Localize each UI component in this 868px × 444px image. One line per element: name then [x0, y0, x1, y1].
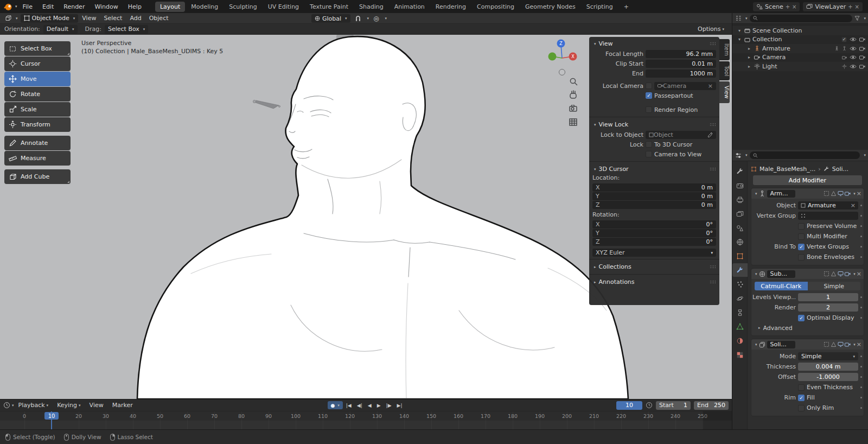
add-modifier-button[interactable]: Add Modifier [753, 175, 862, 185]
outliner-row-armature[interactable]: ▸ Armature [732, 44, 868, 53]
tab-world[interactable] [732, 235, 748, 249]
expand-icon[interactable]: ▾ [755, 272, 757, 276]
render-levels-field[interactable]: 2 [798, 303, 858, 312]
viewport-3d[interactable]: Z X User Perspective (10) Collection | M… [0, 35, 732, 399]
realtime-icon[interactable] [838, 191, 844, 196]
solidify-mode-dropdown[interactable]: Simple ▾ [798, 352, 858, 360]
eyedropper-icon[interactable] [707, 132, 713, 137]
clip-end-field[interactable]: 1000 m [646, 69, 716, 78]
pose-icon[interactable] [834, 46, 839, 51]
collection-exclude-checkbox[interactable]: ✓ [841, 37, 847, 42]
editor-type-caret[interactable]: ▾ [16, 16, 18, 21]
clip-start-field[interactable]: 0.01 m [646, 60, 716, 68]
local-camera-checkbox[interactable] [646, 83, 652, 89]
outliner-row-camera[interactable]: ▸ Camera [732, 53, 868, 62]
menu-render[interactable]: Render [59, 0, 89, 13]
outliner-row-collection[interactable]: ▾ Collection ✓ [732, 35, 868, 45]
workspace-tab-sculpting[interactable]: Sculpting [224, 2, 261, 12]
jump-to-end-button[interactable]: ▶| [395, 402, 405, 409]
cursor-location-y[interactable]: Y0 m [592, 192, 716, 200]
tab-item[interactable]: Item [719, 39, 730, 60]
play-button[interactable]: ▶ [375, 402, 383, 409]
view-lock-section-header[interactable]: ▾ View Lock [592, 119, 716, 130]
render-visibility-icon[interactable] [859, 37, 865, 42]
tool-move[interactable]: Move [4, 72, 71, 86]
tool-select-box[interactable]: Select Box [4, 41, 71, 56]
view-section-header[interactable]: ▾ View [592, 39, 716, 49]
levels-viewport-field[interactable]: 1 [798, 293, 858, 301]
render-visibility-icon[interactable] [859, 46, 865, 51]
menu-object[interactable]: Object [145, 13, 173, 24]
tool-scale[interactable]: Scale [4, 102, 71, 117]
render-visibility-icon[interactable] [859, 64, 865, 69]
menu-view[interactable]: View [78, 13, 100, 24]
menu-select[interactable]: Select [100, 13, 126, 24]
modifier-extras-caret[interactable]: ▾ [853, 272, 856, 276]
realtime-icon[interactable] [838, 341, 844, 347]
menu-view[interactable]: View [85, 399, 108, 412]
menu-add[interactable]: Add [126, 13, 145, 24]
tab-object-data[interactable] [732, 320, 748, 333]
options-dropdown[interactable]: Options ▾ [698, 26, 727, 33]
tab-texture[interactable] [732, 348, 748, 361]
cursor-rotation-x[interactable]: X0° [592, 220, 716, 229]
panel-grip-icon[interactable] [710, 280, 716, 284]
tab-constraints[interactable] [732, 306, 748, 319]
modifier-subdivision-header[interactable]: ▾ Sub... ▾ × [751, 269, 864, 279]
menu-keying[interactable]: Keying▾ [53, 399, 85, 412]
simple-button[interactable]: Simple [808, 282, 861, 290]
tab-tool[interactable]: Tool [719, 61, 730, 80]
tool-rotate[interactable]: Rotate [4, 87, 71, 102]
orientation-dropdown[interactable]: Default ▾ [43, 25, 78, 34]
modifier-extras-caret[interactable]: ▾ [853, 342, 856, 347]
clear-icon[interactable]: × [851, 202, 856, 209]
tab-tool[interactable] [732, 164, 748, 178]
bone-envelopes-checkbox[interactable] [798, 254, 805, 261]
current-frame-field[interactable]: 10 [616, 401, 642, 410]
snap-magnet-icon[interactable] [355, 15, 361, 22]
gizmo-negative-axis[interactable] [559, 69, 565, 75]
render-icon[interactable] [845, 342, 851, 347]
add-workspace-button[interactable]: + [619, 2, 634, 12]
previous-keyframe-button[interactable]: ◀| [355, 402, 365, 409]
expand-icon[interactable]: ▸ [746, 55, 752, 60]
outliner-editor-caret[interactable]: ▾ [745, 16, 748, 21]
unlink-scene-button[interactable]: × [792, 4, 796, 10]
tool-measure[interactable]: Measure [4, 151, 71, 166]
properties-options-caret[interactable]: ▾ [864, 153, 866, 157]
proportional-editing-icon[interactable]: ◎ [373, 15, 379, 22]
breadcrumb-modifier[interactable]: Soli... [832, 166, 848, 173]
vertex-groups-checkbox[interactable]: ✓ [798, 244, 805, 250]
offset-field[interactable]: -1.0000 [798, 373, 858, 381]
properties-editor-icon[interactable] [735, 153, 742, 158]
thickness-field[interactable]: 0.004 m [798, 363, 858, 371]
catmull-clark-button[interactable]: Catmull-Clark [755, 282, 808, 290]
workspace-tab-modeling[interactable]: Modeling [186, 2, 223, 12]
app-menu-caret[interactable]: ▾ [15, 4, 17, 9]
playhead-frame-badge[interactable]: 10 [44, 412, 59, 420]
new-scene-button[interactable]: + [786, 4, 790, 10]
start-frame-field[interactable]: Start1 [656, 401, 691, 410]
collections-section-header[interactable]: ▸ Collections [592, 262, 716, 272]
modifier-solidify-header[interactable]: ▾ Soli... ▾ × [751, 339, 864, 350]
workspace-tab-uv-editing[interactable]: UV Editing [263, 2, 304, 12]
gizmo-y-axis[interactable] [548, 53, 557, 61]
expand-icon[interactable]: ▸ [746, 46, 752, 51]
focal-length-field[interactable]: 96.2 mm [646, 50, 716, 58]
expand-icon[interactable]: ▸ [746, 64, 752, 69]
workspace-tab-compositing[interactable]: Compositing [472, 2, 519, 12]
advanced-section-header[interactable]: ▸ Advanced [752, 323, 863, 333]
render-icon[interactable] [845, 191, 851, 196]
snap-caret[interactable]: ▾ [367, 16, 369, 21]
tool-add-cube[interactable]: Add Cube [4, 169, 71, 184]
lock-to-object-field[interactable]: Object [646, 131, 716, 139]
modifier-name-field[interactable]: Arm... [767, 190, 795, 198]
tab-particles[interactable] [732, 277, 748, 291]
camera-data-icon[interactable] [842, 55, 847, 60]
view-layer-selector[interactable]: ViewLayer + × [803, 2, 863, 11]
auto-key-button[interactable]: ●▾ [327, 401, 342, 409]
cursor-location-x[interactable]: X0 m [592, 183, 716, 192]
multi-modifier-checkbox[interactable] [798, 233, 805, 240]
tool-cursor[interactable]: Cursor [4, 56, 71, 71]
modifier-close-icon[interactable]: × [857, 190, 861, 197]
